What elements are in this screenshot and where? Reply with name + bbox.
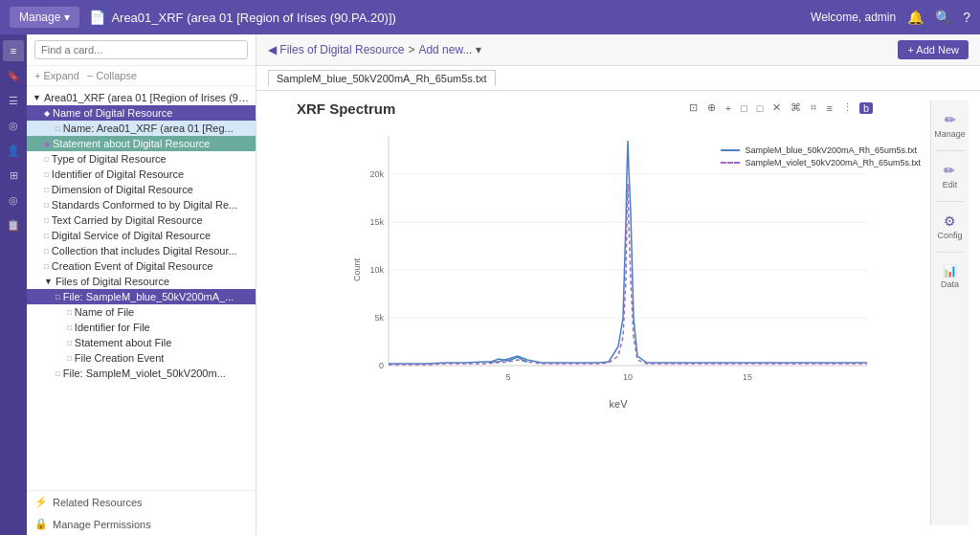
sidebar-icon-user[interactable]: 👤 — [3, 140, 24, 161]
toolbar-btn-sq2[interactable]: □ — [754, 101, 767, 115]
breadcrumb-dropdown-icon[interactable]: ▾ — [476, 43, 481, 56]
toolbar-btn-hash[interactable]: ⌗ — [808, 100, 819, 115]
add-new-button[interactable]: + Add New — [898, 40, 969, 59]
tree-item-name-dr-val[interactable]: □Name: Area01_XRF (area 01 [Reg... — [27, 121, 256, 136]
tree-item-icon: ▼ — [33, 93, 41, 102]
toolbar-btn-zoom[interactable]: ⊕ — [704, 100, 719, 115]
add-new-label: + Add New — [907, 44, 959, 56]
toolbar-btn-grid[interactable]: ⊡ — [686, 100, 701, 115]
welcome-text: Welcome, admin — [811, 11, 896, 24]
search-input[interactable] — [34, 40, 248, 59]
tree-item-svc-dr[interactable]: □Digital Service of Digital Resource — [27, 228, 256, 243]
tree-item-id-file[interactable]: □Identifier for File — [27, 320, 256, 335]
tree-item-root[interactable]: ▼Area01_XRF (area 01 [Region of Irises (… — [27, 90, 256, 105]
bell-icon[interactable]: 🔔 — [907, 10, 924, 25]
tree-item-text: Dimension of Digital Resource — [52, 184, 193, 195]
tree-item-std-dr[interactable]: □Standards Conformed to by Digital Re... — [27, 197, 256, 212]
sidebar-icon-bookmark2[interactable]: ☰ — [3, 90, 24, 111]
legend-line-violet — [721, 162, 740, 164]
config-panel-icon: ⚙ — [944, 213, 956, 229]
tree-item-file-violet[interactable]: □File: SampleM_violet_50kV200m... — [27, 366, 256, 381]
tree-item-icon: □ — [44, 170, 49, 179]
tree-item-text: Text Carried by Digital Resource — [52, 214, 203, 226]
help-icon[interactable]: ? — [963, 10, 970, 25]
tree-item-stmt-dr[interactable]: ◆Statement about Digital Resource — [27, 136, 256, 151]
tree-item-name-file[interactable]: □Name of File — [27, 304, 256, 320]
tree-item-files-dr[interactable]: ▼Files of Digital Resource — [27, 274, 256, 289]
manage-panel-button[interactable]: ✏ Manage — [932, 108, 968, 143]
svg-text:0: 0 — [379, 361, 384, 370]
file-tab[interactable]: SampleM_blue_50kV200mA_Rh_65um5s.txt — [268, 70, 496, 86]
tree-indent — [33, 260, 44, 272]
page-title: 📄 Area01_XRF (area 01 [Region of Irises … — [79, 10, 811, 25]
svg-text:15k: 15k — [369, 217, 384, 227]
edit-panel-button[interactable]: ✏ Edit — [941, 159, 960, 193]
tree-item-stmt-file[interactable]: □Statement about File — [27, 335, 256, 350]
svg-text:5: 5 — [505, 372, 510, 382]
doc-icon: 📄 — [89, 10, 105, 25]
chart-container: XRF Spectrum ⊡ ⊕ + □ □ ✕ ⌘ ⌗ ≡ ⋮ b — [268, 100, 930, 525]
legend-item-violet: SampleM_violet_50kV200mA_Rh_65um5s.txt — [721, 158, 921, 167]
collapse-button[interactable]: − Collapse — [87, 70, 137, 81]
toolbar-btn-sq1[interactable]: □ — [738, 101, 750, 115]
tree-item-dim-dr[interactable]: □Dimension of Digital Resource — [27, 182, 256, 197]
sidebar-icon-bookmark1[interactable]: 🔖 — [3, 65, 24, 86]
tree-item-text: Name: Area01_XRF (area 01 [Reg... — [63, 123, 234, 134]
toolbar-btn-lines[interactable]: ≡ — [823, 101, 835, 115]
toolbar-btn-x[interactable]: ✕ — [769, 100, 784, 115]
bottom-link-related-resources[interactable]: ⚡Related Resources — [27, 491, 256, 513]
bottom-link-manage-permissions[interactable]: 🔒Manage Permissions — [27, 513, 256, 535]
sidebar-icon-circle2[interactable]: ◎ — [3, 189, 24, 211]
tree-item-type-dr[interactable]: □Type of Digital Resource — [27, 151, 256, 167]
expand-button[interactable]: + Expand — [34, 70, 79, 81]
tree-item-txt-dr[interactable]: □Text Carried by Digital Resource — [27, 212, 256, 228]
tree-item-col-dr[interactable]: □Collection that includes Digital Resour… — [27, 243, 256, 258]
sidebar-icon-circle1[interactable]: ◎ — [3, 115, 24, 136]
tree-item-icon: ▼ — [44, 277, 53, 286]
tree-item-text: Files of Digital Resource — [56, 276, 169, 287]
expand-collapse-actions: + Expand − Collapse — [27, 66, 256, 86]
tree-indent — [33, 368, 56, 379]
tree-indent — [33, 230, 44, 241]
bottom-links: ⚡Related Resources🔒Manage Permissions — [27, 490, 256, 535]
edit-panel-icon: ✏ — [944, 163, 955, 178]
manage-panel-label: Manage — [934, 129, 966, 139]
left-panel: + Expand − Collapse ▼Area01_XRF (area 01… — [27, 34, 256, 535]
breadcrumb-files[interactable]: ◀ Files of Digital Resource — [268, 43, 404, 56]
tree-indent — [33, 123, 56, 134]
manage-button[interactable]: Manage ▾ — [10, 7, 79, 28]
tree-item-icon: □ — [67, 354, 72, 363]
chart-toolbar: ⊡ ⊕ + □ □ ✕ ⌘ ⌗ ≡ ⋮ b — [686, 100, 873, 115]
right-panel: ✏ Manage ✏ Edit ⚙ Config 📊 Data — [930, 100, 969, 525]
tree-indent — [33, 199, 44, 211]
tree-item-name-dr[interactable]: ◆Name of Digital Resource — [27, 105, 256, 121]
main-layout: ≡ 🔖 ☰ ◎ 👤 ⊞ ◎ 📋 + Expand − Collapse ▼Are… — [0, 34, 980, 535]
data-panel-button[interactable]: 📊 Data — [939, 260, 961, 293]
sidebar-icon-doc[interactable]: 📋 — [3, 214, 24, 235]
toolbar-btn-more[interactable]: ⋮ — [839, 100, 856, 115]
panel-divider-3 — [935, 252, 965, 253]
right-navigation: Welcome, admin 🔔 🔍 ? — [811, 10, 970, 25]
toolbar-btn-plus[interactable]: + — [723, 101, 734, 115]
tree-item-icon: □ — [67, 308, 72, 317]
tree-item-file-blue[interactable]: □File: SampleM_blue_50kV200mA_... — [27, 289, 256, 304]
tree-item-text: Statement about File — [75, 337, 172, 348]
sidebar-icon-menu[interactable]: ≡ — [3, 40, 24, 61]
manage-label: Manage — [19, 11, 60, 24]
breadcrumb-bar: ◀ Files of Digital Resource > Add new...… — [256, 34, 980, 66]
toolbar-btn-cmd[interactable]: ⌘ — [788, 100, 804, 115]
sidebar-icon-grid[interactable]: ⊞ — [3, 165, 24, 186]
tree-item-text: Identifier for File — [75, 322, 150, 333]
tree-item-cre-dr[interactable]: □Creation Event of Digital Resource — [27, 258, 256, 274]
tree-item-cre-file[interactable]: □File Creation Event — [27, 350, 256, 366]
config-panel-button[interactable]: ⚙ Config — [935, 210, 964, 244]
search-icon[interactable]: 🔍 — [935, 10, 951, 25]
top-navigation: Manage ▾ 📄 Area01_XRF (area 01 [Region o… — [0, 0, 980, 34]
toolbar-btn-b[interactable]: b — [859, 102, 873, 114]
tree-item-id-dr[interactable]: □Identifier of Digital Resource — [27, 167, 256, 182]
chart-legend: SampleM_blue_50kV200mA_Rh_65um5s.txt Sam… — [721, 145, 921, 170]
bottom-link-icon: 🔒 — [34, 518, 48, 530]
breadcrumb-add-new[interactable]: Add new... — [418, 43, 472, 56]
sidebar-icons: ≡ 🔖 ☰ ◎ 👤 ⊞ ◎ 📋 — [0, 34, 27, 535]
bottom-link-text: Manage Permissions — [53, 519, 151, 530]
